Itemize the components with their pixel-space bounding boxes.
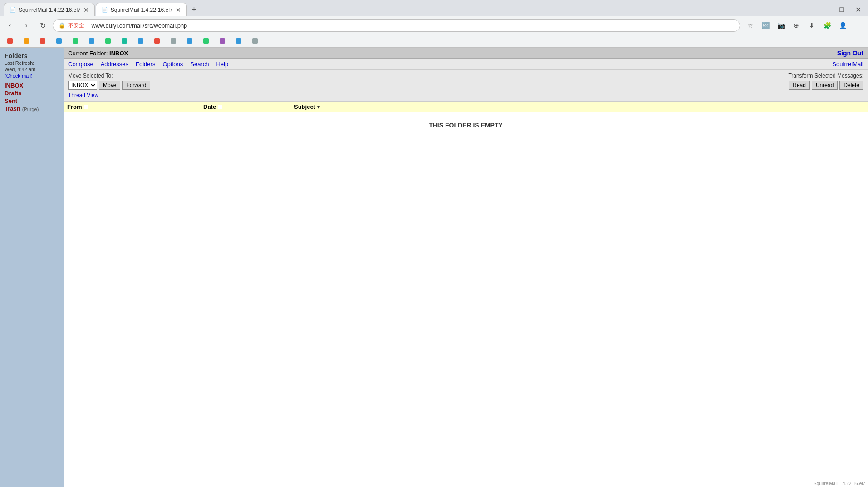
close-button[interactable]: ✕: [852, 3, 864, 16]
forward-button[interactable]: ›: [20, 19, 33, 32]
purge-link[interactable]: (Purge): [22, 107, 39, 112]
bookmark-10[interactable]: [167, 36, 181, 46]
last-refresh-label: Last Refresh:: [5, 60, 59, 66]
translate-icon[interactable]: 🔤: [759, 19, 772, 32]
camera-icon[interactable]: 📷: [775, 19, 787, 32]
transform-label: Transform Selected Messages:: [788, 73, 863, 79]
nav-links: Compose Addresses Folders Options Search…: [64, 59, 868, 70]
delete-button[interactable]: Delete: [839, 81, 863, 90]
bookmark-13[interactable]: [216, 36, 230, 46]
folder-sent[interactable]: Sent: [5, 97, 59, 104]
read-button[interactable]: Read: [789, 81, 810, 90]
folder-trash[interactable]: Trash: [5, 105, 20, 112]
toolbar-move-controls: INBOX Drafts Sent Trash Move Forward: [68, 81, 150, 90]
nav-compose[interactable]: Compose: [68, 61, 93, 68]
address-bar-row: ‹ › ↻ 🔒 不安全 | www.duiyi.com/mail/src/web…: [0, 16, 868, 34]
sidebar-title: Folders: [5, 52, 59, 59]
down-icon[interactable]: ⬇: [805, 19, 818, 32]
current-folder-display: Current Folder: INBOX: [68, 50, 128, 57]
bookmark-12[interactable]: [200, 36, 214, 46]
toolbar: Move Selected To: INBOX Drafts Sent Tras…: [64, 70, 868, 102]
move-selected-label: Move Selected To:: [68, 73, 150, 79]
message-list-header: From Date Subject ▾: [64, 102, 868, 112]
bookmark-6[interactable]: [102, 36, 116, 46]
tab-2[interactable]: 📄 SquirrelMail 1.4.22-16.el7 ✕: [96, 3, 187, 16]
folder-drafts[interactable]: Drafts: [5, 90, 59, 97]
tab-1[interactable]: 📄 SquirrelMail 1.4.22-16.el7 ✕: [4, 3, 95, 16]
security-text: 不安全: [68, 22, 84, 29]
tab-close-2[interactable]: ✕: [176, 6, 181, 14]
footer: SquirrelMail 1.4.22-16.el7: [811, 480, 868, 487]
from-column-label[interactable]: From: [67, 103, 82, 110]
col-from-header[interactable]: From: [67, 103, 203, 110]
maximize-button[interactable]: □: [835, 3, 848, 16]
menu-icon[interactable]: ⋮: [852, 19, 864, 32]
bookmark-0[interactable]: [4, 36, 18, 46]
url-text: www.duiyi.com/mail/src/webmail.php: [91, 22, 187, 29]
bookmark-8[interactable]: [134, 36, 149, 46]
from-sort-icon[interactable]: [84, 105, 88, 109]
address-separator: |: [87, 22, 88, 29]
subject-sort-icon[interactable]: ▾: [317, 104, 320, 110]
security-icon: 🔒: [59, 22, 65, 29]
main-container: Folders Last Refresh: Wed, 4:42 am (Chec…: [0, 48, 868, 487]
bookmark-star-icon[interactable]: ☆: [744, 19, 756, 32]
extensions-icon[interactable]: 🧩: [821, 19, 834, 32]
bookmark-11[interactable]: [183, 36, 198, 46]
nav-addresses[interactable]: Addresses: [101, 61, 128, 68]
browser-toolbar-icons: ☆ 🔤 📷 ⊕ ⬇ 🧩 👤 ⋮: [744, 19, 864, 32]
bookmark-1[interactable]: [20, 36, 34, 46]
back-button[interactable]: ‹: [4, 19, 16, 32]
nav-search[interactable]: Search: [190, 61, 209, 68]
minimize-button[interactable]: —: [819, 3, 832, 16]
browser-chrome: 📄 SquirrelMail 1.4.22-16.el7 ✕ 📄 Squirre…: [0, 0, 868, 48]
bookmark-5[interactable]: [85, 36, 100, 46]
bookmark-2[interactable]: [36, 36, 51, 46]
move-folder-select[interactable]: INBOX Drafts Sent Trash: [68, 81, 97, 90]
subject-column-label[interactable]: Subject: [294, 103, 315, 110]
bookmark-15[interactable]: [249, 36, 263, 46]
squirrelmail-brand[interactable]: SquirrelMail: [832, 61, 863, 68]
empty-folder-message: THIS FOLDER IS EMPTY: [64, 112, 868, 138]
bookmark-4[interactable]: [69, 36, 83, 46]
bookmark-9[interactable]: [151, 36, 165, 46]
vpn-icon[interactable]: ⊕: [790, 19, 803, 32]
nav-options[interactable]: Options: [162, 61, 183, 68]
bookmark-14[interactable]: [232, 36, 247, 46]
date-sort-icon[interactable]: [218, 105, 222, 109]
tab-title-1: SquirrelMail 1.4.22-16.el7: [19, 7, 81, 13]
col-subject-header[interactable]: Subject ▾: [294, 103, 864, 110]
col-date-header[interactable]: Date: [203, 103, 294, 110]
current-folder-name: INBOX: [109, 50, 128, 57]
tab-close-1[interactable]: ✕: [83, 6, 89, 14]
nav-help[interactable]: Help: [216, 61, 228, 68]
thread-view-link[interactable]: Thread View: [68, 92, 98, 98]
move-button[interactable]: Move: [99, 81, 120, 90]
tab-title-2: SquirrelMail 1.4.22-16.el7: [111, 7, 173, 13]
profile-icon[interactable]: 👤: [836, 19, 849, 32]
nav-links-left: Compose Addresses Folders Options Search…: [68, 61, 228, 68]
toolbar-left: Move Selected To: INBOX Drafts Sent Tras…: [68, 73, 150, 98]
address-bar[interactable]: 🔒 不安全 | www.duiyi.com/mail/src/webmail.p…: [53, 19, 740, 32]
unread-button[interactable]: Unread: [812, 81, 838, 90]
bookmarks-bar: [0, 34, 868, 47]
last-refresh-time: Wed, 4:42 am: [5, 67, 59, 72]
check-mail-link[interactable]: (Check mail): [5, 73, 59, 78]
tab-favicon-2: 📄: [102, 7, 108, 13]
tab-favicon-1: 📄: [10, 7, 16, 13]
folder-inbox[interactable]: INBOX: [5, 82, 59, 89]
forward-button[interactable]: Forward: [122, 81, 150, 90]
bookmark-7[interactable]: [118, 36, 132, 46]
reload-button[interactable]: ↻: [36, 19, 49, 32]
sidebar: Folders Last Refresh: Wed, 4:42 am (Chec…: [0, 48, 64, 487]
bookmark-3[interactable]: [53, 36, 67, 46]
header-bar: Current Folder: INBOX Sign Out: [64, 48, 868, 59]
toolbar-transform-controls: Read Unread Delete: [789, 81, 863, 90]
nav-folders[interactable]: Folders: [136, 61, 155, 68]
date-column-label[interactable]: Date: [203, 103, 216, 110]
toolbar-right: Transform Selected Messages: Read Unread…: [788, 73, 863, 90]
new-tab-button[interactable]: +: [188, 3, 201, 16]
message-list: From Date Subject ▾ THIS FOLDER IS EMPTY: [64, 102, 868, 487]
sign-out-link[interactable]: Sign Out: [837, 49, 863, 57]
current-folder-label: Current Folder:: [68, 50, 108, 57]
